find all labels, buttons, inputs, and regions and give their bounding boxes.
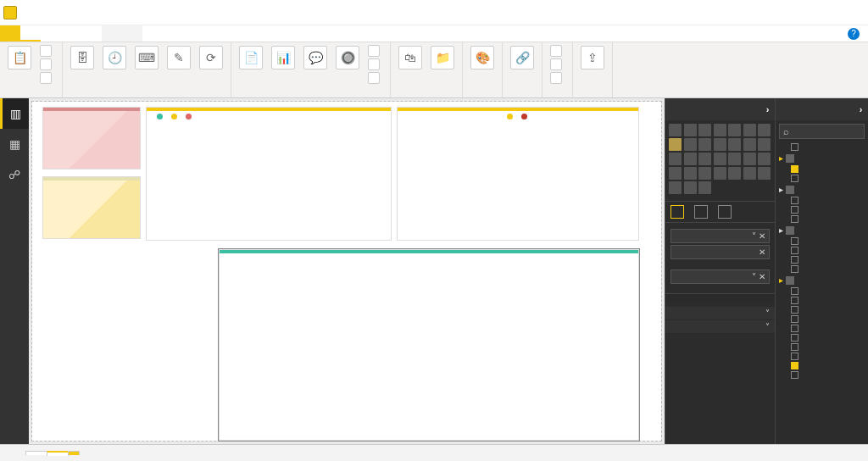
chart-sales-by-state[interactable] xyxy=(146,107,392,241)
viz-line-icon[interactable] xyxy=(758,124,771,136)
refresh-button[interactable]: ⟳ xyxy=(197,44,225,72)
tab-modeling[interactable] xyxy=(61,25,81,42)
field-sales[interactable] xyxy=(776,361,868,370)
field-order-id-2[interactable] xyxy=(776,324,868,333)
viz-key-influencers-icon[interactable] xyxy=(684,181,697,194)
field-city[interactable] xyxy=(776,196,868,205)
viz-clustered-column-icon[interactable] xyxy=(714,124,726,136)
chevron-right-icon[interactable]: › xyxy=(860,104,863,114)
viz-filled-map-icon[interactable] xyxy=(728,153,741,165)
viz-100-column-icon[interactable] xyxy=(743,124,756,136)
viz-clustered-bar-icon[interactable] xyxy=(698,124,711,136)
viz-r-icon[interactable] xyxy=(758,167,771,180)
tab-data-drill[interactable] xyxy=(122,25,142,42)
image-button[interactable] xyxy=(365,58,385,71)
table-place-details[interactable]: ▸ xyxy=(776,183,868,196)
tab-format[interactable] xyxy=(102,25,122,42)
field-customer-id[interactable] xyxy=(776,296,868,305)
buttons-button[interactable]: 🔘 xyxy=(333,44,362,72)
well-legend-empty[interactable] xyxy=(670,263,770,266)
field-place-id[interactable] xyxy=(776,205,868,214)
page-tab-2[interactable] xyxy=(47,451,69,456)
filter-order-date[interactable]: ˅ xyxy=(665,307,775,320)
well-axis-sub[interactable]: ✕ xyxy=(670,245,770,259)
table-sales-details[interactable]: ▸ xyxy=(776,274,868,286)
remove-icon[interactable]: ˅ ✕ xyxy=(752,272,765,281)
shapes-button[interactable] xyxy=(365,71,385,85)
new-measure-button[interactable] xyxy=(548,44,567,58)
new-quick-measure-button[interactable] xyxy=(548,71,567,85)
publish-button[interactable]: ⇪ xyxy=(578,44,607,72)
viz-area-icon[interactable] xyxy=(669,138,682,151)
viz-line-stacked-icon[interactable] xyxy=(698,138,711,151)
viz-pie-icon[interactable] xyxy=(669,153,682,165)
redo-button[interactable] xyxy=(59,3,78,22)
table-product-details[interactable]: ▸ xyxy=(776,224,868,236)
textbox-button[interactable] xyxy=(365,44,385,58)
ask-question-button[interactable]: 💬 xyxy=(301,44,330,72)
viz-waterfall-icon[interactable] xyxy=(743,138,756,151)
pane-header[interactable]: › xyxy=(776,98,868,120)
help-icon[interactable]: ? xyxy=(848,28,860,40)
copy-button[interactable] xyxy=(37,58,57,71)
add-page-button[interactable] xyxy=(68,451,80,455)
viz-table-icon[interactable] xyxy=(728,167,741,180)
filter-sales[interactable]: ˅ xyxy=(665,320,775,334)
tab-file[interactable] xyxy=(0,25,20,42)
field-category[interactable] xyxy=(776,236,868,246)
save-button[interactable] xyxy=(19,3,37,22)
field-product-id[interactable] xyxy=(776,246,868,255)
viz-stacked-column-icon[interactable] xyxy=(684,124,697,136)
field-product-id-2[interactable] xyxy=(776,342,868,352)
data-view-button[interactable]: ▦ xyxy=(0,129,29,159)
chevron-right-icon[interactable]: › xyxy=(766,104,770,114)
undo-button[interactable] xyxy=(39,3,58,22)
kpi-gross-profit[interactable] xyxy=(42,176,141,239)
model-view-button[interactable]: ☍ xyxy=(0,159,29,190)
field-sub-category[interactable] xyxy=(776,264,868,274)
new-page-button[interactable]: 📄 xyxy=(236,44,265,72)
viz-funnel-icon[interactable] xyxy=(743,153,756,165)
enter-data-button[interactable]: ⌨ xyxy=(132,44,161,72)
edit-queries-button[interactable]: ✎ xyxy=(164,44,193,72)
chevron-down-icon[interactable]: ˅ xyxy=(765,322,770,331)
tab-view[interactable] xyxy=(41,25,61,42)
field-state[interactable] xyxy=(776,214,868,224)
viz-multirow-icon[interactable] xyxy=(684,167,697,180)
kpi-total-sales[interactable] xyxy=(42,107,141,169)
paste-button[interactable]: 📋 xyxy=(5,44,34,72)
field-product-name[interactable] xyxy=(776,255,868,264)
viz-slicer-icon[interactable] xyxy=(714,167,726,180)
well-tooltips-empty[interactable] xyxy=(670,287,770,291)
report-canvas[interactable] xyxy=(32,102,661,441)
viz-custom-icon[interactable] xyxy=(698,181,711,194)
marketplace-button[interactable]: 🛍 xyxy=(396,44,425,72)
close-button[interactable] xyxy=(834,0,868,25)
tab-home[interactable] xyxy=(20,25,41,42)
viz-donut-icon[interactable] xyxy=(684,153,697,165)
viz-ribbon-icon[interactable] xyxy=(728,138,741,151)
viz-gauge-icon[interactable] xyxy=(758,153,771,165)
viz-100-bar-icon[interactable] xyxy=(728,124,741,136)
search-input[interactable] xyxy=(793,127,860,136)
viz-line-clustered-icon[interactable] xyxy=(714,138,726,151)
from-file-button[interactable]: 📁 xyxy=(428,44,457,72)
well-values-item[interactable]: ˅ ✕ xyxy=(670,269,770,284)
chart-sales-by-month[interactable] xyxy=(219,249,639,441)
fields-search[interactable]: ⌕ xyxy=(779,124,865,139)
viz-card-icon[interactable] xyxy=(669,167,682,180)
format-painter-button[interactable] xyxy=(37,71,57,85)
field-cost[interactable] xyxy=(776,286,868,296)
viz-matrix-icon[interactable] xyxy=(743,167,756,180)
viz-treemap-icon[interactable] xyxy=(698,153,711,165)
fields-tab-icon[interactable] xyxy=(670,205,684,219)
format-tab-icon[interactable] xyxy=(694,205,708,219)
chevron-down-icon[interactable]: ˅ xyxy=(765,308,770,318)
field-order-date[interactable] xyxy=(776,164,868,174)
viz-py-icon[interactable] xyxy=(669,181,682,194)
maximize-button[interactable] xyxy=(800,0,834,25)
switch-theme-button[interactable]: 🎨 xyxy=(468,44,497,72)
recent-sources-button[interactable]: 🕘 xyxy=(100,44,129,72)
field-sales-id[interactable] xyxy=(776,370,868,380)
well-axis-item[interactable]: ˅ ✕ xyxy=(670,229,770,243)
